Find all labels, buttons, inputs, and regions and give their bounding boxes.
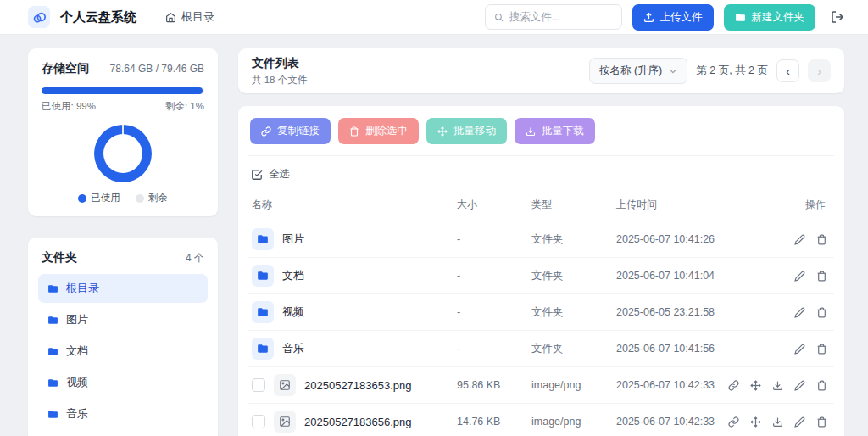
item-upload-time: 2025-06-07 10:41:26 (613, 221, 748, 258)
column-header-type[interactable]: 类型 (528, 191, 613, 221)
sidebar-folder-item[interactable]: 视频 (38, 368, 208, 397)
folder-row[interactable]: 音乐-文件夹2025-06-07 10:41:56 (248, 331, 834, 367)
folder-icon (47, 346, 58, 357)
download-action-icon[interactable] (772, 380, 783, 391)
row-checkbox[interactable] (252, 415, 265, 428)
item-name[interactable]: 20250527183653.png (304, 379, 412, 392)
item-name[interactable]: 视频 (282, 305, 304, 320)
storage-card: 存储空间 78.64 GB / 79.46 GB 已使用: 99% 剩余: 1%… (28, 48, 218, 216)
item-name[interactable]: 图片 (282, 232, 304, 247)
folders-card: 文件夹 4 个 根目录图片文档视频音乐 (28, 238, 218, 436)
download-action-icon[interactable] (772, 416, 783, 428)
storage-free-label: 剩余: 1% (165, 100, 204, 113)
storage-donut-chart (94, 125, 152, 182)
new-folder-button[interactable]: 新建文件夹 (724, 4, 816, 31)
item-size: - (453, 258, 528, 294)
edit-action-icon[interactable] (794, 380, 805, 391)
item-type: 文件夹 (528, 294, 613, 331)
column-header-time[interactable]: 上传时间 (613, 191, 748, 221)
trash-action-icon[interactable] (816, 344, 827, 355)
column-header-name[interactable]: 名称 (248, 191, 453, 221)
move-action-icon[interactable] (750, 380, 761, 391)
sidebar-folder-item[interactable]: 音乐 (38, 400, 208, 428)
image-file-icon (274, 411, 296, 433)
file-count-text: 共 18 个文件 (252, 74, 307, 87)
edit-action-icon[interactable] (794, 234, 805, 245)
folder-row[interactable]: 文档-文件夹2025-06-07 10:41:04 (248, 258, 834, 294)
link-action-icon[interactable] (728, 380, 739, 391)
folder-icon (252, 338, 274, 360)
item-name[interactable]: 文档 (282, 268, 304, 283)
sidebar-folder-item[interactable]: 文档 (38, 337, 208, 366)
sidebar-folder-item[interactable]: 根目录 (38, 274, 208, 303)
prev-page-button[interactable]: ‹ (776, 59, 799, 82)
trash-icon (349, 126, 359, 137)
copy-link-button[interactable]: 复制链接 (250, 118, 331, 144)
breadcrumb[interactable]: 根目录 (165, 9, 214, 25)
sidebar-folder-item[interactable]: 图片 (38, 305, 208, 334)
item-size: - (453, 221, 528, 258)
trash-action-icon[interactable] (816, 234, 827, 245)
storage-title: 存储空间 (42, 61, 89, 76)
folder-icon (47, 283, 58, 294)
trash-action-icon[interactable] (816, 271, 827, 282)
storage-used-label: 已使用: 99% (42, 100, 96, 113)
folder-icon (252, 265, 274, 287)
page-info: 第 2 页, 共 2 页 (696, 64, 768, 78)
legend-used-label: 已使用 (91, 192, 120, 204)
row-checkbox[interactable] (252, 378, 265, 392)
files-card: 复制链接 删除选中 批量移动 批量下载 全选 (238, 106, 844, 436)
bulk-toolbar: 复制链接 删除选中 批量移动 批量下载 (248, 118, 834, 156)
link-action-icon[interactable] (728, 416, 739, 428)
file-row[interactable]: 20250527183656.png14.76 KBimage/png2025-… (248, 404, 834, 436)
folder-icon (47, 377, 58, 388)
trash-action-icon[interactable] (816, 416, 827, 428)
edit-action-icon[interactable] (794, 271, 805, 282)
home-icon (165, 12, 176, 23)
folder-row[interactable]: 图片-文件夹2025-06-07 10:41:26 (248, 221, 834, 258)
edit-action-icon[interactable] (794, 307, 805, 318)
batch-move-button[interactable]: 批量移动 (426, 118, 507, 144)
upload-file-label: 上传文件 (660, 10, 703, 25)
edit-action-icon[interactable] (794, 416, 805, 428)
upload-file-button[interactable]: 上传文件 (632, 4, 714, 31)
edit-action-icon[interactable] (794, 344, 805, 355)
folders-count: 4 个 (186, 251, 204, 266)
item-size: 95.86 KB (453, 367, 528, 404)
image-file-icon (274, 374, 296, 396)
delete-selected-button[interactable]: 删除选中 (338, 118, 419, 144)
item-type: 文件夹 (528, 258, 613, 294)
storage-progress-fill (42, 87, 203, 94)
cloud-logo-icon (32, 10, 47, 25)
logout-icon (831, 10, 844, 24)
next-page-button[interactable]: › (808, 59, 831, 82)
column-header-size[interactable]: 大小 (453, 191, 528, 221)
search-input[interactable] (509, 11, 613, 23)
copy-link-label: 复制链接 (277, 124, 320, 138)
legend-used-dot (78, 194, 86, 203)
item-name[interactable]: 音乐 (282, 341, 304, 356)
select-all-label: 全选 (269, 167, 290, 182)
trash-action-icon[interactable] (816, 307, 827, 318)
upload-icon (643, 12, 654, 23)
folder-list: 根目录图片文档视频音乐 (38, 274, 208, 428)
folder-icon (252, 228, 274, 250)
folder-icon (47, 315, 58, 326)
logout-button[interactable] (831, 10, 844, 24)
item-name[interactable]: 20250527183656.png (304, 416, 412, 428)
select-all-control[interactable]: 全选 (248, 156, 834, 191)
trash-action-icon[interactable] (816, 380, 827, 391)
item-upload-time: 2025-06-05 23:21:58 (613, 294, 748, 331)
batch-download-button[interactable]: 批量下载 (515, 118, 595, 144)
move-icon (437, 126, 448, 137)
item-size: - (453, 331, 528, 367)
folder-row[interactable]: 视频-文件夹2025-06-05 23:21:58 (248, 294, 834, 331)
search-box[interactable] (485, 4, 622, 30)
check-square-icon (251, 169, 263, 181)
top-navbar: 个人云盘系统 根目录 上传文件 新建文件夹 (0, 0, 868, 35)
item-size: 14.76 KB (453, 404, 528, 436)
move-action-icon[interactable] (750, 416, 761, 428)
file-row[interactable]: 20250527183653.png95.86 KBimage/png2025-… (248, 367, 834, 404)
sort-select[interactable]: 按名称 (升序) (589, 58, 687, 84)
batch-move-label: 批量移动 (453, 124, 496, 138)
